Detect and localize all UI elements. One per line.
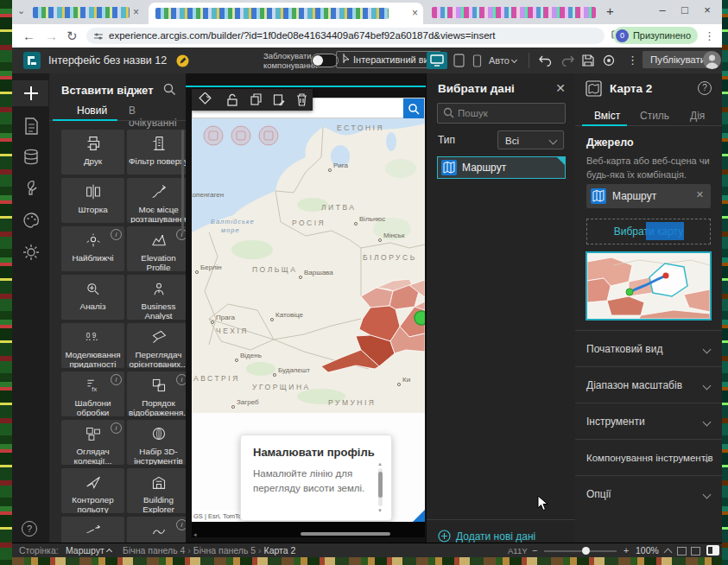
data-item-marshrut[interactable]: Маршрут xyxy=(437,156,566,179)
zoom-level[interactable]: 100% xyxy=(636,543,659,557)
selection-layers-dropdown[interactable] xyxy=(198,92,215,108)
zoom-slider-track[interactable] xyxy=(544,550,617,552)
help-icon[interactable]: ? xyxy=(698,81,712,95)
section-options[interactable]: Опції xyxy=(575,475,722,512)
widget-tile-3d-toolbox[interactable]: Набір 3D-інструментів xyxy=(127,420,186,465)
search-button[interactable] xyxy=(403,98,424,119)
widget-tile-partial-left[interactable] xyxy=(61,517,124,543)
zoom-in-button[interactable]: + xyxy=(624,543,629,557)
map-widget[interactable]: ЕСТОНІЯЛИТВАРОСІЯБІЛОРУСЬПОЛЬЩАЧЕХІЯАВСТ… xyxy=(192,118,425,413)
tab-content[interactable]: Вміст xyxy=(594,110,620,122)
widget-tile-processing-templates[interactable]: i fx Шаблони обробки xyxy=(61,371,124,416)
widget-tile-partial-right[interactable]: i xyxy=(127,517,186,543)
zoom-slider-thumb[interactable] xyxy=(582,547,590,555)
help-icon[interactable]: ? xyxy=(22,521,37,536)
tab-action[interactable]: Дія xyxy=(690,110,705,122)
select-map-button[interactable]: Вибрати карту xyxy=(586,219,711,244)
search-icon[interactable] xyxy=(163,83,176,96)
tab-pending[interactable]: В очікуванні xyxy=(129,105,186,129)
widget-tile-business-analyst[interactable]: Business Analyst xyxy=(127,275,186,320)
wrench-icon[interactable] xyxy=(22,179,41,198)
widget-tile-swipe[interactable]: Шторка xyxy=(61,178,124,223)
unlock-icon[interactable] xyxy=(226,93,238,106)
edit-title-icon[interactable] xyxy=(176,54,189,67)
breadcrumb-item[interactable]: Бічна панель 5 xyxy=(193,545,256,555)
tab-search-chevron-icon[interactable]: ⌄ xyxy=(17,5,25,16)
browser-tab-inactive[interactable] xyxy=(33,7,130,18)
breadcrumb-item-current[interactable]: Карта 2 xyxy=(264,545,296,555)
section-tool-layout[interactable]: Компонування інструментів xyxy=(575,439,722,476)
info-icon[interactable]: i xyxy=(111,374,122,385)
maximize-button[interactable]: □ xyxy=(674,3,696,16)
page-icon[interactable] xyxy=(22,117,41,136)
info-icon[interactable]: i xyxy=(176,374,186,385)
remove-map-icon[interactable]: ✕ xyxy=(696,189,704,200)
undo-icon[interactable] xyxy=(539,54,552,67)
lock-layout-toggle[interactable] xyxy=(311,54,339,67)
info-icon[interactable]: i xyxy=(176,519,186,530)
fit-page-icon[interactable] xyxy=(691,547,700,555)
url-bar[interactable]: experience.arcgis.com/builder/?id=1f0de0… xyxy=(86,28,605,44)
widget-tile-display-order[interactable]: i Порядок відображення... xyxy=(127,371,186,416)
map-thumbnail[interactable] xyxy=(586,251,712,321)
device-tablet-button[interactable] xyxy=(453,54,465,67)
chevron-up-icon[interactable] xyxy=(664,549,673,557)
panel-scrollbar[interactable] xyxy=(181,130,184,233)
toggle-panel-button[interactable] xyxy=(706,545,719,555)
page-selector[interactable]: Маршрут xyxy=(66,543,111,557)
breadcrumb-item[interactable]: Бічна панель 4 xyxy=(123,545,185,555)
section-scale-range[interactable]: Діапазон масштабів xyxy=(575,366,722,403)
save-as-icon[interactable] xyxy=(273,93,285,106)
widget-tile-analysis[interactable]: Аналіз xyxy=(61,275,124,320)
url-text[interactable]: experience.arcgis.com/builder/?id=1f0de0… xyxy=(109,28,496,44)
map-point-marker[interactable] xyxy=(415,311,425,325)
settings-gear-icon[interactable] xyxy=(22,243,41,262)
widget-tile-flight-controller[interactable]: Контролер польоту xyxy=(61,468,124,513)
avatar[interactable] xyxy=(703,51,721,69)
widget-resize-handle[interactable] xyxy=(413,510,425,522)
browser-menu-icon[interactable]: ⋮ xyxy=(704,24,715,48)
widget-tile-collection-explorer[interactable]: i Оглядач колекції... xyxy=(61,420,124,465)
fit-width-icon[interactable] xyxy=(677,547,687,555)
type-select[interactable]: Всі xyxy=(497,130,564,149)
save-icon[interactable] xyxy=(582,54,594,67)
device-phone-button[interactable] xyxy=(472,54,482,67)
new-tab-button[interactable]: + xyxy=(606,3,614,18)
widget-tile-elevation-profile[interactable]: i Elevation Profile xyxy=(127,226,186,271)
insert-widget-icon[interactable] xyxy=(22,84,41,103)
widget-tile-suitability[interactable]: 0 9 Моделювання придатності xyxy=(61,323,124,368)
widget-tile-building-explorer[interactable]: Building Explorer xyxy=(127,468,186,513)
data-search-input[interactable]: Пошук xyxy=(437,103,566,124)
more-options-icon[interactable]: ⋮ xyxy=(627,48,638,73)
selected-map-item[interactable]: Маршрут ✕ xyxy=(586,184,711,208)
duplicate-icon[interactable] xyxy=(250,93,262,106)
tab-close-icon[interactable]: × xyxy=(412,8,418,18)
section-initial-view[interactable]: Початковий вид xyxy=(575,330,722,367)
redo-icon[interactable] xyxy=(561,54,574,67)
widget-tile-print[interactable]: Друк xyxy=(61,130,124,175)
section-tools[interactable]: Інструменти xyxy=(575,403,722,440)
zoom-out-button[interactable]: − xyxy=(532,543,537,557)
delete-trash-icon[interactable] xyxy=(296,93,307,106)
device-mode-dropdown[interactable]: Авто xyxy=(489,48,516,73)
profile-paused-badge[interactable]: 0 Призупинено xyxy=(613,27,698,44)
tab-close-icon[interactable]: × xyxy=(133,7,139,17)
tab-style[interactable]: Стиль xyxy=(640,110,669,122)
info-icon[interactable]: i xyxy=(111,422,122,434)
scroll-up-icon[interactable]: ▲ xyxy=(377,461,383,467)
data-icon[interactable] xyxy=(22,148,41,167)
browser-tab-active[interactable]: × xyxy=(149,3,423,24)
horizontal-scrollbar[interactable] xyxy=(301,532,390,536)
interactive-view-button[interactable]: Інтерактивний вид xyxy=(336,51,441,68)
add-new-data-button[interactable]: Додати нові дані xyxy=(438,530,535,543)
close-icon[interactable]: ✕ xyxy=(555,81,566,95)
scroll-left-icon[interactable]: ◂ xyxy=(193,531,197,537)
tab-new[interactable]: Новий xyxy=(77,105,107,117)
site-settings-icon[interactable] xyxy=(93,31,104,41)
minimize-button[interactable]: – xyxy=(651,3,674,16)
device-desktop-button[interactable] xyxy=(427,52,447,69)
preview-icon[interactable] xyxy=(603,54,615,67)
popup-scrollbar[interactable] xyxy=(378,468,383,506)
reload-button[interactable]: ↻ xyxy=(66,24,78,48)
theme-palette-icon[interactable] xyxy=(22,211,41,230)
